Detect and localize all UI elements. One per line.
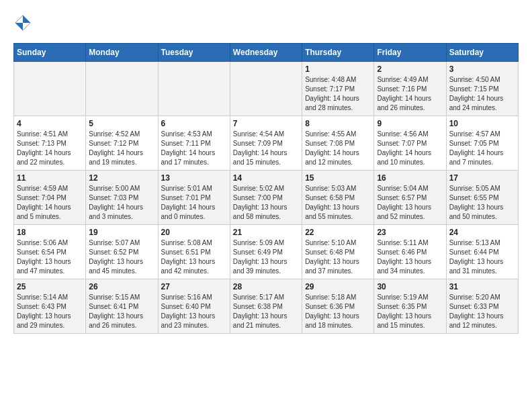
calendar-week-row: 4Sunrise: 4:51 AM Sunset: 7:13 PM Daylig… [14,116,519,171]
calendar-cell: 8Sunrise: 4:55 AM Sunset: 7:08 PM Daylig… [302,116,374,171]
day-number: 24 [449,228,515,237]
calendar-header: SundayMondayTuesdayWednesdayThursdayFrid… [14,44,519,62]
day-number: 27 [161,282,227,291]
calendar-cell: 22Sunrise: 5:10 AM Sunset: 6:48 PM Dayli… [302,225,374,279]
day-info: Sunrise: 5:17 AM Sunset: 6:38 PM Dayligh… [233,293,299,330]
day-info: Sunrise: 5:10 AM Sunset: 6:48 PM Dayligh… [305,238,371,276]
calendar-cell: 15Sunrise: 5:03 AM Sunset: 6:58 PM Dayli… [302,171,374,225]
day-info: Sunrise: 5:20 AM Sunset: 6:33 PM Dayligh… [449,293,515,330]
day-info: Sunrise: 5:18 AM Sunset: 6:36 PM Dayligh… [305,293,371,330]
day-info: Sunrise: 4:48 AM Sunset: 7:17 PM Dayligh… [305,75,371,113]
weekday-header: Wednesday [230,44,302,62]
weekday-header: Tuesday [158,44,230,62]
day-number: 13 [161,173,227,183]
day-info: Sunrise: 4:49 AM Sunset: 7:16 PM Dayligh… [377,75,443,113]
day-number: 17 [449,173,515,183]
calendar-cell: 26Sunrise: 5:15 AM Sunset: 6:41 PM Dayli… [86,279,158,334]
day-number: 12 [89,173,154,183]
calendar-cell: 16Sunrise: 5:04 AM Sunset: 6:57 PM Dayli… [374,171,446,225]
calendar-body: 1Sunrise: 4:48 AM Sunset: 7:17 PM Daylig… [14,62,519,334]
calendar-cell: 4Sunrise: 4:51 AM Sunset: 7:13 PM Daylig… [14,116,86,171]
day-number: 23 [377,228,443,237]
calendar-cell: 11Sunrise: 4:59 AM Sunset: 7:04 PM Dayli… [14,171,86,225]
day-info: Sunrise: 4:50 AM Sunset: 7:15 PM Dayligh… [449,75,515,113]
day-number: 8 [305,119,371,128]
calendar-cell: 19Sunrise: 5:07 AM Sunset: 6:52 PM Dayli… [86,225,158,279]
calendar-cell [14,62,86,116]
day-number: 19 [89,228,154,237]
day-number: 18 [17,228,83,237]
day-number: 31 [449,282,515,291]
calendar-cell: 23Sunrise: 5:11 AM Sunset: 6:46 PM Dayli… [374,225,446,279]
calendar-week-row: 1Sunrise: 4:48 AM Sunset: 7:17 PM Daylig… [14,62,519,116]
calendar-week-row: 25Sunrise: 5:14 AM Sunset: 6:43 PM Dayli… [14,279,519,334]
day-number: 15 [305,173,371,183]
day-number: 3 [449,64,515,74]
day-number: 5 [89,119,154,128]
weekday-header: Friday [374,44,446,62]
day-info: Sunrise: 5:00 AM Sunset: 7:03 PM Dayligh… [89,184,154,222]
day-info: Sunrise: 5:13 AM Sunset: 6:44 PM Dayligh… [449,238,515,276]
day-info: Sunrise: 5:02 AM Sunset: 7:00 PM Dayligh… [233,184,299,222]
day-info: Sunrise: 5:01 AM Sunset: 7:01 PM Dayligh… [161,184,227,222]
logo [13,13,35,32]
day-number: 4 [17,119,83,128]
day-info: Sunrise: 5:19 AM Sunset: 6:35 PM Dayligh… [377,293,443,330]
calendar-week-row: 11Sunrise: 4:59 AM Sunset: 7:04 PM Dayli… [14,171,519,225]
day-info: Sunrise: 4:53 AM Sunset: 7:11 PM Dayligh… [161,130,227,167]
day-number: 21 [233,228,299,237]
day-info: Sunrise: 5:16 AM Sunset: 6:40 PM Dayligh… [161,293,227,330]
day-info: Sunrise: 5:04 AM Sunset: 6:57 PM Dayligh… [377,184,443,222]
day-number: 2 [377,64,443,74]
day-number: 6 [161,119,227,128]
day-number: 20 [161,228,227,237]
calendar-cell: 28Sunrise: 5:17 AM Sunset: 6:38 PM Dayli… [230,279,302,334]
calendar-cell: 7Sunrise: 4:54 AM Sunset: 7:09 PM Daylig… [230,116,302,171]
day-info: Sunrise: 5:11 AM Sunset: 6:46 PM Dayligh… [377,238,443,276]
calendar-cell: 9Sunrise: 4:56 AM Sunset: 7:07 PM Daylig… [374,116,446,171]
day-info: Sunrise: 5:08 AM Sunset: 6:51 PM Dayligh… [161,238,227,276]
calendar-cell [86,62,158,116]
weekday-header: Sunday [14,44,86,62]
day-info: Sunrise: 5:14 AM Sunset: 6:43 PM Dayligh… [17,293,83,330]
day-number: 10 [449,119,515,128]
calendar-table: SundayMondayTuesdayWednesdayThursdayFrid… [13,43,519,334]
day-info: Sunrise: 5:09 AM Sunset: 6:49 PM Dayligh… [233,238,299,276]
day-info: Sunrise: 4:57 AM Sunset: 7:05 PM Dayligh… [449,130,515,167]
weekday-header: Saturday [446,44,518,62]
calendar-week-row: 18Sunrise: 5:06 AM Sunset: 6:54 PM Dayli… [14,225,519,279]
day-number: 9 [377,119,443,128]
day-number: 30 [377,282,443,291]
calendar-cell: 27Sunrise: 5:16 AM Sunset: 6:40 PM Dayli… [158,279,230,334]
day-info: Sunrise: 5:06 AM Sunset: 6:54 PM Dayligh… [17,238,83,276]
calendar-cell: 24Sunrise: 5:13 AM Sunset: 6:44 PM Dayli… [446,225,518,279]
calendar-cell: 6Sunrise: 4:53 AM Sunset: 7:11 PM Daylig… [158,116,230,171]
calendar-cell: 5Sunrise: 4:52 AM Sunset: 7:12 PM Daylig… [86,116,158,171]
logo-icon [13,13,32,32]
day-number: 25 [17,282,83,291]
calendar-cell: 20Sunrise: 5:08 AM Sunset: 6:51 PM Dayli… [158,225,230,279]
calendar-cell: 17Sunrise: 5:05 AM Sunset: 6:55 PM Dayli… [446,171,518,225]
day-number: 28 [233,282,299,291]
weekday-header: Thursday [302,44,374,62]
day-info: Sunrise: 4:55 AM Sunset: 7:08 PM Dayligh… [305,130,371,167]
calendar-cell [158,62,230,116]
calendar-cell: 25Sunrise: 5:14 AM Sunset: 6:43 PM Dayli… [14,279,86,334]
day-info: Sunrise: 4:51 AM Sunset: 7:13 PM Dayligh… [17,130,83,167]
calendar-cell: 10Sunrise: 4:57 AM Sunset: 7:05 PM Dayli… [446,116,518,171]
page-header [13,13,519,32]
weekday-header: Monday [86,44,158,62]
calendar-cell: 14Sunrise: 5:02 AM Sunset: 7:00 PM Dayli… [230,171,302,225]
calendar-cell: 29Sunrise: 5:18 AM Sunset: 6:36 PM Dayli… [302,279,374,334]
weekday-row: SundayMondayTuesdayWednesdayThursdayFrid… [14,44,519,62]
day-number: 29 [305,282,371,291]
calendar-cell: 13Sunrise: 5:01 AM Sunset: 7:01 PM Dayli… [158,171,230,225]
day-info: Sunrise: 5:05 AM Sunset: 6:55 PM Dayligh… [449,184,515,222]
day-number: 11 [17,173,83,183]
calendar-cell: 21Sunrise: 5:09 AM Sunset: 6:49 PM Dayli… [230,225,302,279]
day-number: 26 [89,282,154,291]
calendar-cell: 18Sunrise: 5:06 AM Sunset: 6:54 PM Dayli… [14,225,86,279]
day-number: 1 [305,64,371,74]
day-info: Sunrise: 5:03 AM Sunset: 6:58 PM Dayligh… [305,184,371,222]
calendar-cell: 12Sunrise: 5:00 AM Sunset: 7:03 PM Dayli… [86,171,158,225]
